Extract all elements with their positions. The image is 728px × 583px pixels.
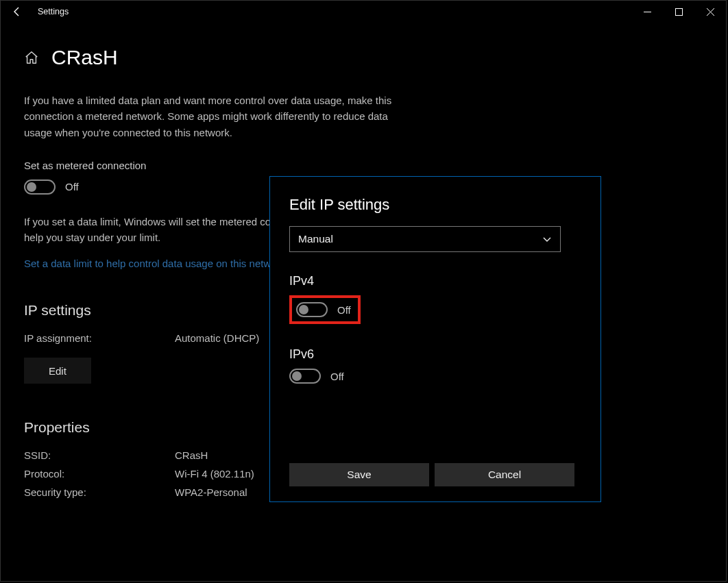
maximize-button[interactable] bbox=[663, 1, 694, 23]
page-header: CRasH bbox=[24, 46, 416, 69]
toggle-knob bbox=[299, 305, 308, 314]
close-button[interactable] bbox=[694, 1, 726, 23]
metered-description: If you have a limited data plan and want… bbox=[24, 92, 408, 140]
titlebar: Settings bbox=[1, 1, 726, 23]
metered-toggle[interactable] bbox=[24, 179, 56, 195]
ipv4-heading: IPv4 bbox=[289, 274, 581, 288]
minimize-button[interactable] bbox=[631, 1, 663, 23]
property-value: WPA2-Personal bbox=[175, 486, 247, 498]
toggle-knob bbox=[27, 182, 36, 192]
ip-assignment-label: IP assignment: bbox=[24, 332, 175, 344]
window-controls bbox=[631, 1, 726, 23]
save-button[interactable]: Save bbox=[289, 463, 429, 486]
data-limit-link[interactable]: Set a data limit to help control data us… bbox=[24, 258, 285, 269]
ipv6-toggle-state: Off bbox=[330, 371, 344, 382]
chevron-down-icon bbox=[542, 234, 552, 244]
edit-button[interactable]: Edit bbox=[24, 358, 91, 384]
home-icon bbox=[24, 50, 39, 65]
dialog-title: Edit IP settings bbox=[289, 196, 581, 214]
ipv6-toggle[interactable] bbox=[289, 369, 321, 384]
settings-window: Settings CRasH If you have a limited dat… bbox=[0, 0, 727, 582]
cancel-button[interactable]: Cancel bbox=[435, 463, 574, 486]
property-value: CRasH bbox=[175, 449, 208, 461]
property-value: Wi-Fi 4 (802.11n) bbox=[175, 468, 254, 480]
svg-rect-0 bbox=[675, 8, 682, 15]
arrow-left-icon bbox=[12, 6, 23, 17]
ip-assignment-value: Automatic (DHCP) bbox=[175, 332, 259, 344]
maximize-icon bbox=[675, 8, 683, 16]
ipv4-highlight: Off bbox=[289, 295, 361, 324]
dialog-buttons: Save Cancel bbox=[289, 463, 574, 486]
metered-label: Set as metered connection bbox=[24, 160, 416, 171]
ipv6-toggle-row: Off bbox=[289, 369, 581, 384]
ipv4-toggle-state: Off bbox=[337, 304, 351, 316]
property-key: SSID: bbox=[24, 449, 175, 461]
toggle-knob bbox=[292, 371, 302, 381]
ip-mode-select[interactable]: Manual bbox=[289, 226, 561, 252]
minimize-icon bbox=[644, 8, 651, 16]
metered-toggle-state: Off bbox=[65, 181, 79, 193]
close-icon bbox=[707, 8, 714, 16]
ipv4-toggle[interactable] bbox=[296, 302, 328, 317]
edit-ip-dialog: Edit IP settings Manual IPv4 Off IPv6 Of… bbox=[269, 176, 601, 502]
page-title: CRasH bbox=[51, 46, 118, 69]
window-title: Settings bbox=[34, 7, 69, 16]
ipv6-heading: IPv6 bbox=[289, 347, 581, 362]
property-key: Protocol: bbox=[24, 468, 175, 480]
property-key: Security type: bbox=[24, 486, 175, 498]
ip-mode-value: Manual bbox=[298, 233, 333, 245]
back-button[interactable] bbox=[1, 1, 34, 23]
